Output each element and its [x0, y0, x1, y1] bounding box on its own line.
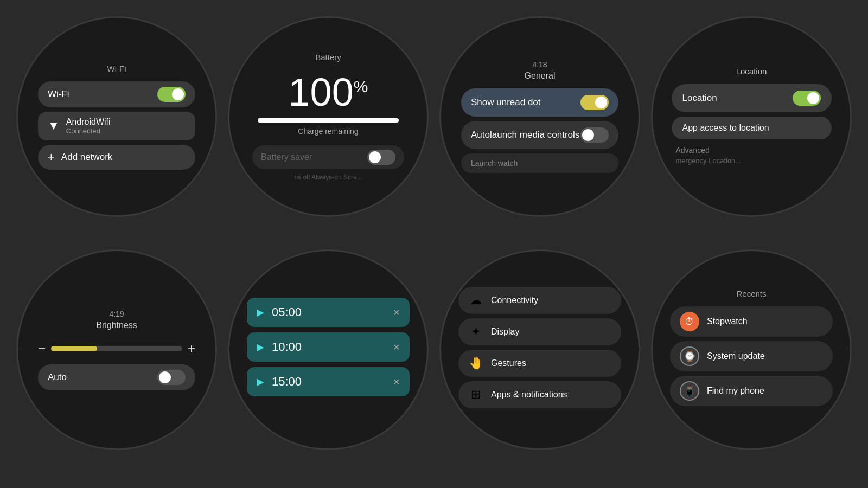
wifi-add-network[interactable]: + Add network [38, 145, 195, 170]
settings-apps[interactable]: ⊞ Apps & notifications [458, 381, 621, 408]
brightness-increase-button[interactable]: + [188, 341, 195, 356]
auto-brightness-row[interactable]: Auto [38, 364, 195, 390]
system-update-icon: ⌚ [680, 346, 699, 366]
stopwatch-label: Stopwatch [707, 317, 748, 326]
recents-panel: Recents ⏱ Stopwatch ⌚ System update 📱 Fi… [651, 249, 852, 450]
battery-panel: Battery 100% Charge remaining Battery sa… [228, 16, 429, 217]
auto-label: Auto [48, 372, 67, 383]
wifi-network-info: AndroidWifi Connected [66, 117, 111, 135]
timer-row-2[interactable]: ▶ 10:00 ✕ [247, 332, 410, 362]
battery-percent: 100% [289, 73, 368, 112]
timer-value-3: 15:00 [272, 375, 393, 389]
main-grid: Wi-Fi Wi-Fi ▼ AndroidWifi Connected + Ad… [5, 5, 863, 483]
wifi-label: Wi-Fi [48, 89, 69, 100]
wifi-status: Connected [66, 127, 111, 135]
battery-saver-label: Battery saver [261, 152, 312, 162]
battery-saver-row[interactable]: Battery saver [252, 145, 404, 169]
app-access-label: App access to location [682, 123, 769, 132]
find-phone-label: Find my phone [707, 386, 764, 396]
brightness-fill [51, 346, 97, 351]
apps-icon: ⊞ [468, 388, 483, 402]
advanced-text: Advanced [676, 146, 827, 155]
timer-play-icon-2[interactable]: ▶ [257, 341, 264, 353]
brightness-track[interactable] [51, 346, 182, 351]
timer-close-icon-2[interactable]: ✕ [393, 342, 400, 352]
auto-brightness-toggle[interactable] [157, 370, 186, 385]
settings-panel: ☁ Connectivity ✦ Display 🤚 Gestures ⊞ Ap… [439, 249, 640, 450]
recent-stopwatch[interactable]: ⏱ Stopwatch [670, 306, 833, 337]
location-title: Location [736, 67, 767, 76]
app-access-row[interactable]: App access to location [672, 117, 832, 139]
launch-watch-label: Launch watch [471, 159, 518, 168]
timer-value-1: 05:00 [272, 305, 393, 319]
stopwatch-icon: ⏱ [680, 312, 699, 331]
wifi-network-row[interactable]: ▼ AndroidWifi Connected [38, 112, 195, 140]
autolaunch-label: Autolaunch media controls [471, 130, 579, 140]
apps-label: Apps & notifications [491, 390, 567, 400]
timer-row-3[interactable]: ▶ 15:00 ✕ [247, 367, 410, 396]
plus-icon: + [48, 150, 55, 164]
show-unread-row[interactable]: Show unread dot [461, 88, 618, 117]
recent-system-update[interactable]: ⌚ System update [670, 341, 833, 371]
launch-watch-row[interactable]: Launch watch [461, 153, 618, 173]
timer-close-icon-3[interactable]: ✕ [393, 377, 400, 387]
location-panel: Location Location App access to location… [651, 16, 852, 217]
battery-always-on-text: ns off Always-on Scre... [258, 174, 399, 181]
cloud-icon: ☁ [468, 293, 483, 307]
brightness-panel: 4:19 Brightness − + Auto [16, 249, 217, 450]
settings-connectivity[interactable]: ☁ Connectivity [458, 287, 621, 314]
timer-play-icon-1[interactable]: ▶ [257, 306, 264, 318]
battery-number: 100 [289, 70, 354, 114]
show-unread-toggle[interactable] [580, 95, 609, 110]
wifi-title: Wi-Fi [107, 64, 126, 73]
autolaunch-toggle[interactable] [580, 127, 609, 143]
timer-play-icon-3[interactable]: ▶ [257, 376, 264, 388]
location-label: Location [682, 93, 717, 104]
location-toggle[interactable] [793, 91, 821, 106]
add-network-label: Add network [61, 152, 113, 163]
timer-panel: ▶ 05:00 ✕ ▶ 10:00 ✕ ▶ 15:00 ✕ [228, 249, 429, 450]
gesture-icon: 🤚 [468, 356, 483, 370]
wifi-panel: Wi-Fi Wi-Fi ▼ AndroidWifi Connected + Ad… [16, 16, 217, 217]
location-toggle-row[interactable]: Location [672, 84, 832, 112]
battery-bar-fill [258, 118, 399, 123]
find-phone-icon: 📱 [680, 381, 699, 401]
brightness-slider-row: − + [38, 341, 195, 356]
wifi-signal-icon: ▼ [48, 119, 60, 133]
brightness-time: 4:19 [109, 310, 124, 318]
timer-value-2: 10:00 [272, 340, 393, 354]
settings-display[interactable]: ✦ Display [458, 318, 621, 345]
wifi-toggle-row[interactable]: Wi-Fi [38, 81, 195, 107]
advanced-section: Advanced mergency Location... [672, 144, 832, 167]
system-update-label: System update [707, 351, 765, 361]
display-label: Display [491, 327, 519, 337]
general-panel: 4:18 General Show unread dot Autolaunch … [439, 16, 640, 217]
brightness-decrease-button[interactable]: − [38, 341, 46, 356]
battery-title: Battery [315, 53, 341, 62]
timer-row-1[interactable]: ▶ 05:00 ✕ [247, 298, 410, 327]
wifi-toggle[interactable] [157, 87, 186, 102]
show-unread-label: Show unread dot [471, 97, 541, 108]
recents-title: Recents [736, 289, 766, 298]
emergency-text: mergency Location... [676, 157, 827, 165]
connectivity-label: Connectivity [491, 296, 538, 305]
wifi-network-name: AndroidWifi [66, 117, 111, 127]
general-title: General [525, 71, 556, 81]
gestures-label: Gestures [491, 358, 526, 368]
settings-gestures[interactable]: 🤚 Gestures [458, 350, 621, 377]
sun-icon: ✦ [468, 325, 483, 339]
timer-close-icon-1[interactable]: ✕ [393, 307, 400, 318]
general-time: 4:18 [532, 60, 547, 69]
battery-saver-toggle[interactable] [367, 150, 395, 165]
battery-charge-text: Charge remaining [298, 127, 358, 136]
brightness-title: Brightness [96, 320, 137, 330]
battery-symbol: % [354, 78, 368, 95]
recent-find-phone[interactable]: 📱 Find my phone [670, 376, 833, 406]
autolaunch-row[interactable]: Autolaunch media controls [461, 121, 618, 149]
battery-bar-container [258, 118, 399, 123]
